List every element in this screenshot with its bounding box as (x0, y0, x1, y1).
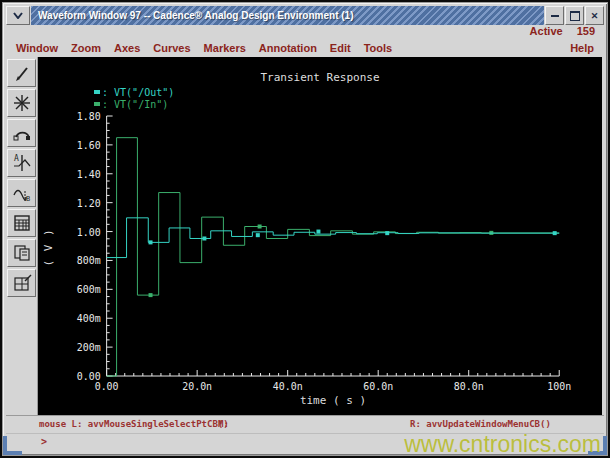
active-count: 159 (577, 25, 595, 39)
copy-window-icon (12, 243, 32, 263)
menu-edit[interactable]: Edit (330, 42, 351, 54)
active-label: Active (530, 25, 563, 39)
waveform-window: Waveform Window 97 -- Cadence® Analog De… (0, 0, 610, 458)
brush-button[interactable] (7, 59, 36, 87)
calculator-icon (12, 213, 32, 233)
waveform-b-icon: B (12, 183, 32, 203)
menu-axes[interactable]: Axes (114, 42, 140, 54)
active-status: Active 159 (530, 25, 595, 39)
menu-tools[interactable]: Tools (364, 42, 393, 54)
menu-bar: Window Zoom Axes Curves Markers Annotati… (6, 39, 604, 57)
vertical-marker-a-button[interactable]: A (7, 149, 36, 177)
svg-text:20.0n: 20.0n (182, 381, 212, 392)
svg-text:40.0n: 40.0n (273, 381, 303, 392)
maximize-icon (570, 11, 580, 21)
svg-text:400m: 400m (77, 313, 101, 324)
waveform-b-button[interactable]: B (7, 179, 36, 207)
arc-markers-button[interactable] (7, 119, 36, 147)
svg-text:600m: 600m (77, 284, 101, 295)
plot-area[interactable]: Transient Response : VT("/Out") : VT("/I… (38, 57, 602, 417)
arc-icon (12, 123, 32, 143)
marker-a-icon: A (12, 153, 32, 173)
window-menu-button[interactable] (6, 6, 30, 25)
window-title: Waveform Window 97 -- Cadence® Analog De… (38, 10, 353, 21)
chart-canvas[interactable]: 0.00200m400m600m800m1.001.201.401.601.80… (38, 57, 602, 417)
svg-text:1.80: 1.80 (77, 111, 101, 122)
menu-zoom[interactable]: Zoom (71, 42, 101, 54)
watermark: www.cntronics.com (404, 431, 601, 458)
left-toolbar: A B (6, 57, 38, 417)
close-icon: ✕ (591, 11, 599, 21)
svg-text:60.0n: 60.0n (363, 381, 393, 392)
title-stripe: Waveform Window 97 -- Cadence® Analog De… (31, 6, 544, 25)
menu-annotation[interactable]: Annotation (259, 42, 317, 54)
copy-window-button[interactable] (7, 239, 36, 267)
maximize-button[interactable] (565, 6, 584, 25)
minimize-icon (551, 15, 559, 17)
window-frame: Waveform Window 97 -- Cadence® Analog De… (2, 2, 608, 456)
chevron-down-icon (13, 12, 23, 19)
svg-text:1.60: 1.60 (77, 140, 101, 151)
svg-text:1.40: 1.40 (77, 169, 101, 180)
menu-window[interactable]: Window (16, 42, 58, 54)
status-mouse-middle: M: (218, 419, 229, 429)
svg-text:1.00: 1.00 (77, 227, 101, 238)
main-area: A B (6, 57, 602, 417)
split-window-icon (12, 273, 32, 293)
svg-text:800m: 800m (77, 255, 101, 266)
menu-markers[interactable]: Markers (204, 42, 246, 54)
close-button[interactable]: ✕ (585, 6, 604, 25)
svg-text:B: B (26, 195, 30, 203)
svg-text:100n: 100n (547, 381, 571, 392)
title-bar[interactable]: Waveform Window 97 -- Cadence® Analog De… (6, 6, 604, 25)
svg-text:200m: 200m (77, 342, 101, 353)
svg-text:1.20: 1.20 (77, 198, 101, 209)
status-mouse-left: mouse L: avvMouseSingleSelectPtCB() (39, 419, 229, 429)
menu-help[interactable]: Help (570, 42, 594, 54)
brush-icon (12, 63, 32, 83)
svg-text:0.00: 0.00 (95, 381, 119, 392)
minimize-button[interactable] (545, 6, 564, 25)
status-mouse-right: R: avvUpdateWindowMenuCB() (410, 419, 551, 429)
split-window-button[interactable] (7, 269, 36, 297)
zoom-fit-button[interactable] (7, 89, 36, 117)
svg-text:80.0n: 80.0n (454, 381, 484, 392)
prompt-symbol: > (41, 436, 47, 447)
menu-curves[interactable]: Curves (153, 42, 190, 54)
svg-text:A: A (14, 154, 19, 163)
resize-handle-bottom-left[interactable] (3, 436, 22, 455)
star-arrows-icon (12, 93, 32, 113)
calculator-button[interactable] (7, 209, 36, 237)
